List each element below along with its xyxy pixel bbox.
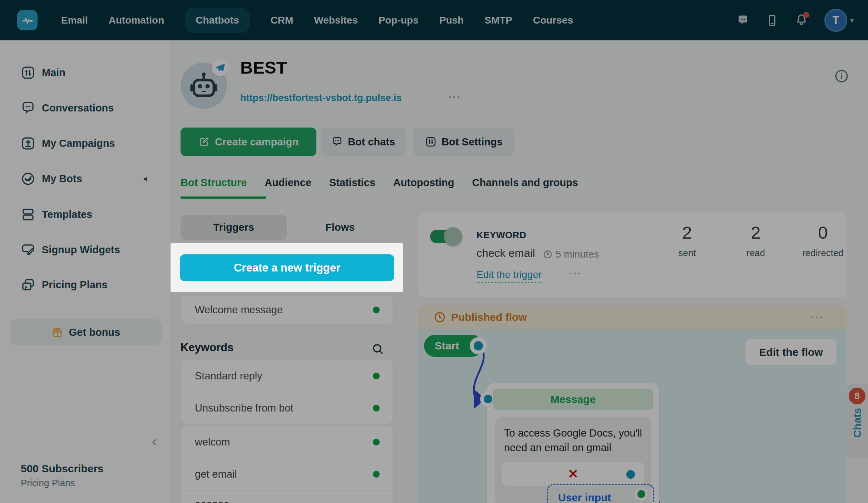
create-new-trigger-button[interactable]: Create a new trigger	[180, 254, 394, 281]
onboarding-spotlight: Create a new trigger	[171, 243, 403, 292]
onboarding-dim-overlay	[0, 0, 868, 503]
app-screen: Email Automation Chatbots CRM Websites P…	[0, 0, 868, 503]
